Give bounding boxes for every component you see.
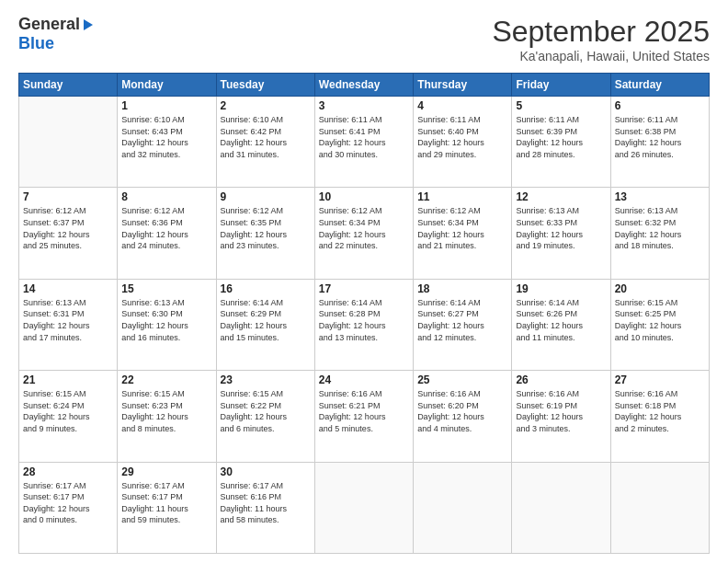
cell-text: Sunrise: 6:11 AMSunset: 6:39 PMDaylight:… <box>516 114 606 160</box>
day-number: 21 <box>23 373 113 386</box>
calendar-cell: 21Sunrise: 6:15 AMSunset: 6:24 PMDayligh… <box>19 371 118 462</box>
calendar-cell: 20Sunrise: 6:15 AMSunset: 6:25 PMDayligh… <box>610 279 709 370</box>
calendar-cell: 6Sunrise: 6:11 AMSunset: 6:38 PMDaylight… <box>610 97 709 188</box>
day-number: 24 <box>319 373 409 386</box>
day-number: 10 <box>319 190 409 203</box>
day-number: 6 <box>615 99 705 112</box>
calendar-cell: 24Sunrise: 6:16 AMSunset: 6:21 PMDayligh… <box>314 371 413 462</box>
day-number: 18 <box>417 282 507 295</box>
cell-text: Sunrise: 6:16 AMSunset: 6:21 PMDaylight:… <box>319 388 409 434</box>
calendar-cell: 8Sunrise: 6:12 AMSunset: 6:36 PMDaylight… <box>118 188 216 279</box>
page: General Blue September 2025 Ka'anapali, … <box>0 0 728 563</box>
calendar-cell <box>414 462 512 553</box>
day-number: 13 <box>615 190 705 203</box>
day-number: 8 <box>121 190 211 203</box>
day-number: 29 <box>121 465 211 478</box>
calendar-day-header: Thursday <box>414 74 512 97</box>
cell-text: Sunrise: 6:11 AMSunset: 6:40 PMDaylight:… <box>417 114 507 160</box>
logo-blue-text: Blue <box>18 34 54 53</box>
cell-text: Sunrise: 6:15 AMSunset: 6:24 PMDaylight:… <box>23 388 113 434</box>
calendar-cell: 12Sunrise: 6:13 AMSunset: 6:33 PMDayligh… <box>512 188 610 279</box>
day-number: 26 <box>516 373 606 386</box>
calendar-cell: 25Sunrise: 6:16 AMSunset: 6:20 PMDayligh… <box>414 371 512 462</box>
day-number: 15 <box>121 282 211 295</box>
cell-text: Sunrise: 6:12 AMSunset: 6:34 PMDaylight:… <box>319 205 409 251</box>
day-number: 14 <box>23 282 113 295</box>
cell-text: Sunrise: 6:15 AMSunset: 6:22 PMDaylight:… <box>221 388 311 434</box>
calendar-day-header: Tuesday <box>216 74 314 97</box>
day-number: 19 <box>516 282 606 295</box>
calendar-cell: 9Sunrise: 6:12 AMSunset: 6:35 PMDaylight… <box>216 188 314 279</box>
cell-text: Sunrise: 6:15 AMSunset: 6:25 PMDaylight:… <box>615 297 705 343</box>
calendar-cell: 11Sunrise: 6:12 AMSunset: 6:34 PMDayligh… <box>414 188 512 279</box>
main-title: September 2025 <box>492 15 710 49</box>
cell-text: Sunrise: 6:12 AMSunset: 6:36 PMDaylight:… <box>121 205 211 251</box>
cell-text: Sunrise: 6:17 AMSunset: 6:16 PMDaylight:… <box>221 480 311 526</box>
logo: General Blue <box>18 15 93 53</box>
calendar-week-row: 21Sunrise: 6:15 AMSunset: 6:24 PMDayligh… <box>19 371 710 462</box>
cell-text: Sunrise: 6:10 AMSunset: 6:43 PMDaylight:… <box>121 114 211 160</box>
day-number: 25 <box>417 373 507 386</box>
cell-text: Sunrise: 6:13 AMSunset: 6:30 PMDaylight:… <box>121 297 211 343</box>
calendar-header-row: SundayMondayTuesdayWednesdayThursdayFrid… <box>19 74 710 97</box>
day-number: 9 <box>221 190 311 203</box>
calendar-cell <box>19 97 118 188</box>
cell-text: Sunrise: 6:15 AMSunset: 6:23 PMDaylight:… <box>121 388 211 434</box>
header: General Blue September 2025 Ka'anapali, … <box>18 15 710 63</box>
calendar-cell: 4Sunrise: 6:11 AMSunset: 6:40 PMDaylight… <box>414 97 512 188</box>
cell-text: Sunrise: 6:16 AMSunset: 6:18 PMDaylight:… <box>615 388 705 434</box>
calendar-cell: 27Sunrise: 6:16 AMSunset: 6:18 PMDayligh… <box>610 371 709 462</box>
day-number: 23 <box>221 373 311 386</box>
calendar-cell: 15Sunrise: 6:13 AMSunset: 6:30 PMDayligh… <box>118 279 216 370</box>
cell-text: Sunrise: 6:11 AMSunset: 6:38 PMDaylight:… <box>615 114 705 160</box>
cell-text: Sunrise: 6:11 AMSunset: 6:41 PMDaylight:… <box>319 114 409 160</box>
title-block: September 2025 Ka'anapali, Hawaii, Unite… <box>492 15 710 63</box>
calendar-cell: 5Sunrise: 6:11 AMSunset: 6:39 PMDaylight… <box>512 97 610 188</box>
calendar-day-header: Saturday <box>610 74 709 97</box>
calendar-cell: 7Sunrise: 6:12 AMSunset: 6:37 PMDaylight… <box>19 188 118 279</box>
calendar-cell: 17Sunrise: 6:14 AMSunset: 6:28 PMDayligh… <box>314 279 413 370</box>
day-number: 22 <box>121 373 211 386</box>
day-number: 20 <box>615 282 705 295</box>
day-number: 30 <box>221 465 311 478</box>
calendar-cell <box>314 462 413 553</box>
calendar-cell: 29Sunrise: 6:17 AMSunset: 6:17 PMDayligh… <box>118 462 216 553</box>
day-number: 16 <box>221 282 311 295</box>
day-number: 28 <box>23 465 113 478</box>
cell-text: Sunrise: 6:12 AMSunset: 6:35 PMDaylight:… <box>221 205 311 251</box>
cell-text: Sunrise: 6:17 AMSunset: 6:17 PMDaylight:… <box>23 480 113 526</box>
cell-text: Sunrise: 6:16 AMSunset: 6:20 PMDaylight:… <box>417 388 507 434</box>
calendar-cell <box>512 462 610 553</box>
calendar-cell: 14Sunrise: 6:13 AMSunset: 6:31 PMDayligh… <box>19 279 118 370</box>
cell-text: Sunrise: 6:12 AMSunset: 6:37 PMDaylight:… <box>23 205 113 251</box>
cell-text: Sunrise: 6:16 AMSunset: 6:19 PMDaylight:… <box>516 388 606 434</box>
calendar-cell: 13Sunrise: 6:13 AMSunset: 6:32 PMDayligh… <box>610 188 709 279</box>
day-number: 7 <box>23 190 113 203</box>
cell-text: Sunrise: 6:14 AMSunset: 6:27 PMDaylight:… <box>417 297 507 343</box>
day-number: 2 <box>221 99 311 112</box>
calendar-cell: 30Sunrise: 6:17 AMSunset: 6:16 PMDayligh… <box>216 462 314 553</box>
logo-general-text: General <box>18 15 80 34</box>
calendar-cell: 26Sunrise: 6:16 AMSunset: 6:19 PMDayligh… <box>512 371 610 462</box>
cell-text: Sunrise: 6:14 AMSunset: 6:28 PMDaylight:… <box>319 297 409 343</box>
calendar-cell: 2Sunrise: 6:10 AMSunset: 6:42 PMDaylight… <box>216 97 314 188</box>
calendar-day-header: Wednesday <box>314 74 413 97</box>
calendar-cell: 10Sunrise: 6:12 AMSunset: 6:34 PMDayligh… <box>314 188 413 279</box>
day-number: 12 <box>516 190 606 203</box>
cell-text: Sunrise: 6:13 AMSunset: 6:33 PMDaylight:… <box>516 205 606 251</box>
calendar-cell: 28Sunrise: 6:17 AMSunset: 6:17 PMDayligh… <box>19 462 118 553</box>
calendar-table: SundayMondayTuesdayWednesdayThursdayFrid… <box>18 73 710 554</box>
day-number: 4 <box>417 99 507 112</box>
calendar-cell: 19Sunrise: 6:14 AMSunset: 6:26 PMDayligh… <box>512 279 610 370</box>
day-number: 17 <box>319 282 409 295</box>
calendar-cell: 3Sunrise: 6:11 AMSunset: 6:41 PMDaylight… <box>314 97 413 188</box>
calendar-cell: 23Sunrise: 6:15 AMSunset: 6:22 PMDayligh… <box>216 371 314 462</box>
calendar-cell: 22Sunrise: 6:15 AMSunset: 6:23 PMDayligh… <box>118 371 216 462</box>
day-number: 5 <box>516 99 606 112</box>
calendar-day-header: Monday <box>118 74 216 97</box>
cell-text: Sunrise: 6:12 AMSunset: 6:34 PMDaylight:… <box>417 205 507 251</box>
calendar-cell <box>610 462 709 553</box>
day-number: 1 <box>121 99 211 112</box>
calendar-week-row: 7Sunrise: 6:12 AMSunset: 6:37 PMDaylight… <box>19 188 710 279</box>
day-number: 27 <box>615 373 705 386</box>
